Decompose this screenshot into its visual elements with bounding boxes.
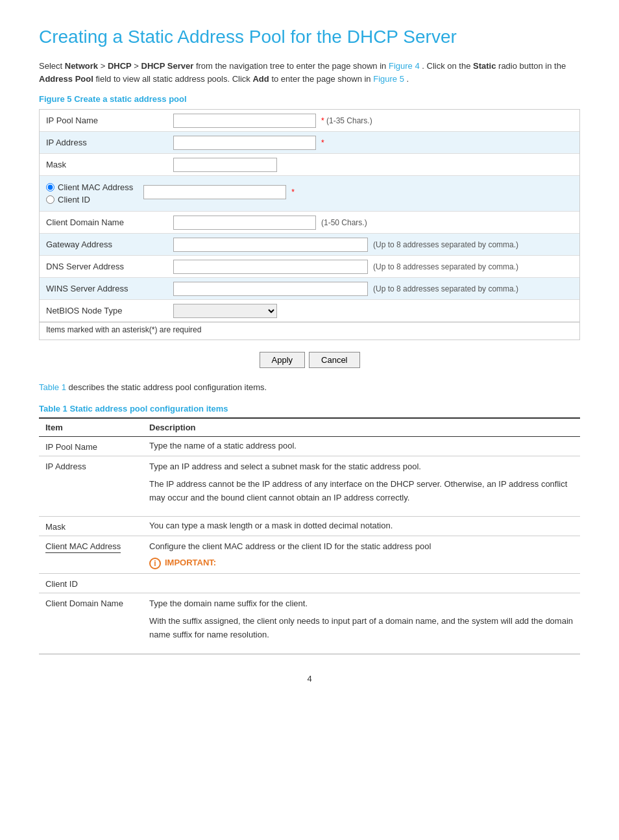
client-mac-input[interactable] <box>143 185 286 199</box>
mask-input[interactable] <box>173 158 277 172</box>
netbios-row: NetBIOS Node Type <box>40 300 579 322</box>
mask-label: Mask <box>40 156 169 173</box>
mask-control <box>169 155 579 175</box>
ip-pool-name-row: IP Pool Name * (1-35 Chars.) <box>40 110 579 132</box>
intro-text5: field to view all static address pools. … <box>95 74 252 84</box>
ip-pool-name-label: IP Pool Name <box>40 112 169 129</box>
wins-hint: (Up to 8 addresses separated by comma.) <box>373 284 518 293</box>
ip-address-label: IP Address <box>40 134 169 151</box>
intro-dhcp: DHCP <box>108 61 132 71</box>
netbios-select[interactable] <box>173 304 277 318</box>
netbios-label: NetBIOS Node Type <box>40 302 169 319</box>
item-cell-client-id: Client ID <box>39 574 143 593</box>
intro-text3: . Click on the <box>422 61 473 71</box>
desc-cell-client-id <box>143 574 580 593</box>
client-mac-hint: * <box>291 188 295 197</box>
client-mac-radio[interactable] <box>46 183 55 191</box>
intro-gt2: > <box>134 61 141 71</box>
gateway-row: Gateway Address (Up to 8 addresses separ… <box>40 234 579 256</box>
intro-text6: to enter the page shown in <box>271 74 373 84</box>
cancel-button[interactable]: Cancel <box>309 352 359 368</box>
table-row: Client MAC Address Configure the client … <box>39 536 580 574</box>
dns-hint: (Up to 8 addresses separated by comma.) <box>373 262 518 271</box>
item-cell-client-domain: Client Domain Name <box>39 593 143 654</box>
figure4-link[interactable]: Figure 4 <box>389 61 420 71</box>
dns-row: DNS Server Address (Up to 8 addresses se… <box>40 256 579 278</box>
item-cell-client-mac: Client MAC Address <box>39 536 143 574</box>
important-icon: i <box>149 558 161 569</box>
item-cell-ip-pool: IP Pool Name <box>39 436 143 456</box>
intro-gt1: > <box>101 61 108 71</box>
wins-input[interactable] <box>173 282 368 296</box>
table-intro-para: Table 1 describes the static address poo… <box>39 381 580 395</box>
col-description-header: Description <box>143 418 580 437</box>
client-id-radio[interactable] <box>46 195 55 204</box>
client-id-radio-label[interactable]: Client ID <box>46 195 133 204</box>
figure-title: Figure 5 Create a static address pool <box>39 94 580 104</box>
ip-address-control: * <box>169 133 579 153</box>
intro-dhcp-server: DHCP Server <box>141 61 194 71</box>
form-buttons: Apply Cancel <box>39 352 580 368</box>
table1-link[interactable]: Table 1 <box>39 382 66 392</box>
intro-text7: . <box>407 74 409 84</box>
client-mac-radio-label[interactable]: Client MAC Address <box>46 182 133 192</box>
intro-text4: radio button in the <box>498 61 566 71</box>
desc-cell-ip-pool: Type the name of a static address pool. <box>143 436 580 456</box>
intro-address-pool: Address Pool <box>39 74 93 84</box>
netbios-control <box>169 301 579 321</box>
desc-cell-ip-address: Type an IP address and select a subnet m… <box>143 456 580 516</box>
wins-label: WINS Server Address <box>40 280 169 297</box>
intro-paragraph: Select Network > DHCP > DHCP Server from… <box>39 60 580 87</box>
form-footer: Items marked with an asterisk(*) are req… <box>40 322 579 340</box>
ip-address-input[interactable] <box>173 136 316 150</box>
gateway-label: Gateway Address <box>40 236 169 253</box>
item-cell-ip-address: IP Address <box>39 456 143 516</box>
mask-row: Mask <box>40 154 579 176</box>
table-row: Client Domain Name Type the domain name … <box>39 593 580 654</box>
wins-row: WINS Server Address (Up to 8 addresses s… <box>40 278 579 300</box>
item-cell-mask: Mask <box>39 517 143 536</box>
ip-pool-name-hint: * (1-35 Chars.) <box>321 116 372 125</box>
ip-address-row: IP Address * <box>40 132 579 154</box>
client-domain-row: Client Domain Name (1-50 Chars.) <box>40 212 579 234</box>
important-block: i IMPORTANT: <box>149 558 574 569</box>
gateway-control: (Up to 8 addresses separated by comma.) <box>169 235 579 254</box>
figure5-link[interactable]: Figure 5 <box>373 74 404 84</box>
wins-control: (Up to 8 addresses separated by comma.) <box>169 279 579 299</box>
table-header-row: Item Description <box>39 418 580 437</box>
important-text: IMPORTANT: <box>165 558 216 567</box>
ip-address-hint: * <box>321 138 324 147</box>
create-pool-form: IP Pool Name * (1-35 Chars.) IP Address … <box>39 109 580 340</box>
gateway-input[interactable] <box>173 238 368 252</box>
table-row: Mask You can type a mask length or a mas… <box>39 517 580 536</box>
ip-pool-name-input[interactable] <box>173 114 316 128</box>
dns-control: (Up to 8 addresses separated by comma.) <box>169 257 579 277</box>
client-mac-row: Client MAC Address Client ID * <box>40 176 579 212</box>
intro-text2: from the navigation tree to enter the pa… <box>196 61 389 71</box>
ip-pool-name-control: * (1-35 Chars.) <box>169 111 579 130</box>
client-mac-control: * <box>140 182 579 202</box>
page-number: 4 <box>39 674 580 684</box>
client-domain-hint: (1-50 Chars.) <box>321 218 367 227</box>
client-domain-control: (1-50 Chars.) <box>169 213 579 232</box>
intro-add: Add <box>252 74 269 84</box>
table-row: IP Address Type an IP address and select… <box>39 456 580 516</box>
table-row: Client ID <box>39 574 580 593</box>
client-mac-underline: Client MAC Address <box>45 541 121 553</box>
apply-button[interactable]: Apply <box>260 352 306 368</box>
table-row: IP Pool Name Type the name of a static a… <box>39 436 580 456</box>
intro-network: Network <box>65 61 98 71</box>
col-item-header: Item <box>39 418 143 437</box>
client-id-text: Client ID <box>58 195 90 204</box>
client-domain-input[interactable] <box>173 216 316 230</box>
intro-text1: Select <box>39 61 65 71</box>
client-mac-text: Client MAC Address <box>58 182 133 192</box>
client-domain-label: Client Domain Name <box>40 214 169 231</box>
intro-static: Static <box>473 61 496 71</box>
dns-label: DNS Server Address <box>40 258 169 275</box>
table-intro-text: describes the static address pool config… <box>69 382 267 392</box>
client-type-radio-group: Client MAC Address Client ID <box>40 179 140 208</box>
table-title: Table 1 Static address pool configuratio… <box>39 404 580 414</box>
desc-cell-mask: You can type a mask length or a mask in … <box>143 517 580 536</box>
dns-input[interactable] <box>173 260 368 274</box>
